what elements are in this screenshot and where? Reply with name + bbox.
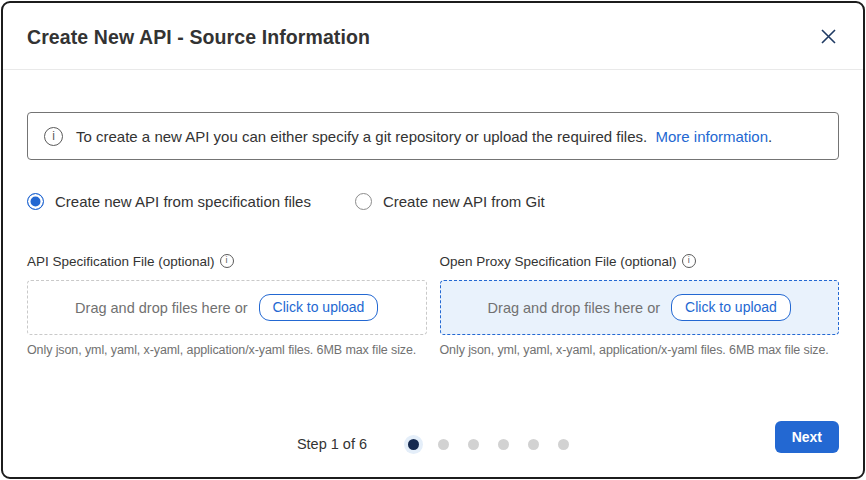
drag-drop-text: Drag and drop files here or [75,300,248,316]
step-dot [408,439,419,450]
banner-message: To create a new API you can either speci… [76,128,647,145]
close-button[interactable] [818,26,839,47]
proxy-spec-dropzone[interactable]: Drag and drop files here or Click to upl… [440,280,840,335]
modal-header: Create New API - Source Information [3,3,863,50]
banner-text: To create a new API you can either speci… [76,128,772,145]
radio-label: Create new API from Git [383,193,545,210]
header-divider [3,69,863,70]
step-dot [468,439,479,450]
modal-title: Create New API - Source Information [27,24,370,50]
modal-content: i To create a new API you can either spe… [3,112,863,357]
info-icon[interactable]: i [220,254,234,268]
upload-columns: API Specification File (optional) i Drag… [27,254,839,357]
step-dot [558,439,569,450]
close-icon [820,28,837,45]
api-spec-label: API Specification File (optional) i [27,254,427,269]
step-counter: Step 1 of 6 [297,436,367,452]
info-icon[interactable]: i [682,254,696,268]
step-dot [438,439,449,450]
file-type-hint: Only json, yml, yaml, x-yaml, applicatio… [27,343,427,357]
source-radio-group: Create new API from specification files … [27,193,839,210]
radio-unselected-icon [355,193,372,210]
next-button[interactable]: Next [775,421,839,453]
file-type-hint: Only json, yml, yaml, x-yaml, applicatio… [440,343,840,357]
info-icon: i [44,127,63,146]
api-spec-section: API Specification File (optional) i Drag… [27,254,427,357]
radio-selected-icon [27,193,44,210]
step-indicator [408,439,569,450]
proxy-spec-section: Open Proxy Specification File (optional)… [440,254,840,357]
more-information-link[interactable]: More information [656,128,769,145]
step-dot [528,439,539,450]
radio-create-from-spec-files[interactable]: Create new API from specification files [27,193,311,210]
field-label-text: API Specification File (optional) [27,254,215,269]
click-to-upload-button[interactable]: Click to upload [259,294,379,321]
info-banner: i To create a new API you can either spe… [27,112,839,160]
drag-drop-text: Drag and drop files here or [488,300,661,316]
banner-suffix: . [768,128,772,145]
proxy-spec-label: Open Proxy Specification File (optional)… [440,254,840,269]
api-spec-dropzone[interactable]: Drag and drop files here or Click to upl… [27,280,427,335]
click-to-upload-button[interactable]: Click to upload [671,294,791,321]
radio-label: Create new API from specification files [55,193,311,210]
radio-create-from-git[interactable]: Create new API from Git [355,193,545,210]
step-dot [498,439,509,450]
wizard-footer: Step 1 of 6 [3,436,863,452]
create-api-modal: Create New API - Source Information i To… [1,1,865,479]
field-label-text: Open Proxy Specification File (optional) [440,254,677,269]
